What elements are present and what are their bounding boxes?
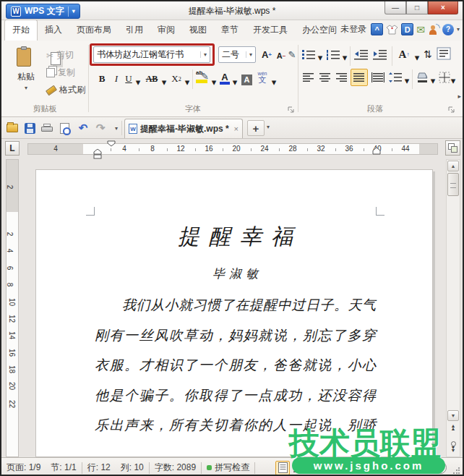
minimize-button[interactable]: — <box>384 1 406 14</box>
chevron-down-icon[interactable]: ▾ <box>457 26 460 33</box>
font-name-select[interactable]: 书体坊赵九江钢笔行书 ▾ <box>93 46 210 63</box>
grow-font-button[interactable]: A+ <box>259 46 274 62</box>
ribbon-expand-arrow[interactable]: ▸ <box>457 93 461 100</box>
redo-button[interactable]: ↷ <box>93 121 108 135</box>
chevron-down-icon[interactable]: ▾ <box>210 74 218 90</box>
close-button[interactable]: × <box>428 1 458 14</box>
cut-label: 剪切 <box>56 49 74 61</box>
font-dialog-launcher[interactable] <box>288 106 295 114</box>
decrease-indent-button[interactable] <box>353 46 369 62</box>
close-tab-icon[interactable]: × <box>234 124 239 133</box>
tab-review[interactable]: 审阅 <box>150 20 182 41</box>
tab-section[interactable]: 章节 <box>214 20 246 41</box>
help-icon[interactable]: ? <box>442 24 454 35</box>
tab-developer[interactable]: 开发工具 <box>246 20 295 41</box>
bullets-button[interactable] <box>301 46 317 62</box>
underline-button[interactable]: U <box>123 71 134 87</box>
paragraph-dialog-launcher[interactable] <box>448 106 455 114</box>
strikethrough-button[interactable]: AB <box>143 71 160 87</box>
left-indent-marker[interactable] <box>93 149 102 159</box>
chevron-down-icon[interactable]: ▾ <box>160 74 168 90</box>
copy-button[interactable]: 复制 <box>46 67 75 79</box>
italic-button[interactable]: I <box>111 71 122 87</box>
collapse-ribbon-icon[interactable]: ^ <box>371 23 383 35</box>
new-tab-button[interactable]: + <box>247 120 265 136</box>
page-view-button[interactable] <box>275 461 290 475</box>
status-word-count[interactable]: 字数: 2089 <box>150 462 201 474</box>
align-right-button[interactable] <box>334 69 350 85</box>
remote-help-icon[interactable] <box>428 24 439 35</box>
chevron-down-icon[interactable]: ▾ <box>413 49 421 65</box>
pinyin-guide-button[interactable]: wén 文 <box>255 69 270 85</box>
scroll-up-button[interactable]: ▲ <box>447 161 459 171</box>
first-line-indent-marker[interactable] <box>107 140 116 147</box>
vertical-ruler[interactable]: 2 2 4 6 8 10 12 14 16 18 20 22 <box>6 159 19 457</box>
ruler-number: 12 <box>8 315 16 323</box>
clear-format-button[interactable]: ✎ <box>286 46 298 62</box>
tab-page-layout[interactable]: 页面布局 <box>69 20 119 41</box>
chevron-down-icon[interactable]: ▾ <box>429 72 437 88</box>
justify-button[interactable] <box>351 69 368 86</box>
scroll-down-button[interactable]: ▼ <box>447 410 459 421</box>
print-button[interactable] <box>39 121 55 135</box>
paragraph-layout-button[interactable] <box>436 46 452 61</box>
paste-button[interactable]: 粘贴 ▾ <box>10 46 42 91</box>
spellcheck-status[interactable]: 拼写检查 <box>202 462 254 474</box>
distribute-button[interactable] <box>370 69 386 85</box>
chevron-down-icon[interactable]: ▾ <box>450 72 457 88</box>
align-left-button[interactable] <box>301 69 317 85</box>
skin-icon[interactable] <box>386 24 398 35</box>
chevron-down-icon[interactable]: ▾ <box>134 74 142 90</box>
chevron-down-icon[interactable]: ▾ <box>231 74 239 90</box>
resize-grip[interactable] <box>452 467 460 475</box>
mail-icon[interactable]: ✉ <box>416 25 425 35</box>
highlight-button[interactable]: ab ✎ <box>195 69 210 85</box>
text-tool-button[interactable]: A↑ <box>396 46 412 62</box>
numbering-button[interactable] <box>325 46 341 62</box>
next-page-button[interactable]: ▼ ▼ <box>447 446 459 452</box>
maximize-button[interactable]: □ <box>406 1 428 14</box>
cut-button[interactable]: ✂ 剪切 <box>46 49 74 61</box>
font-color-button[interactable]: A <box>219 70 231 86</box>
login-link[interactable]: 未登录 <box>340 23 366 35</box>
right-indent-marker[interactable] <box>372 148 381 155</box>
tab-office-space[interactable]: 办公空间 <box>295 20 344 41</box>
align-center-icon <box>319 72 331 82</box>
chevron-down-icon[interactable]: ▾ <box>200 51 210 58</box>
chevron-down-icon[interactable]: ▾ <box>10 85 42 91</box>
tab-references[interactable]: 引用 <box>119 20 150 41</box>
tab-list-dropdown[interactable]: ▾ <box>267 124 270 130</box>
tab-home[interactable]: 开始 <box>4 20 38 41</box>
chevron-down-icon[interactable]: ▾ <box>317 49 324 65</box>
superscript-button[interactable]: X2 <box>169 71 184 87</box>
undo-button[interactable]: ↶ <box>75 121 91 135</box>
format-painter-button[interactable]: 格式刷 <box>46 84 85 96</box>
docer-icon[interactable]: D <box>401 23 413 35</box>
tab-stop-selector[interactable]: L <box>5 141 20 156</box>
chevron-down-icon[interactable]: ▾ <box>341 49 348 65</box>
chevron-down-icon[interactable]: ▾ <box>403 72 411 88</box>
open-button[interactable] <box>4 121 20 135</box>
font-size-select[interactable]: 二号 ▾ <box>218 46 256 63</box>
align-center-button[interactable] <box>317 69 333 85</box>
chevron-down-icon[interactable]: ▾ <box>246 51 255 58</box>
scrollbar-thumb[interactable] <box>447 173 459 196</box>
document-tab[interactable]: W 提醒幸福-毕淑敏.wps * × <box>124 119 243 138</box>
chevron-down-icon[interactable]: ▾ <box>184 74 191 90</box>
char-shading-button[interactable]: A <box>241 72 253 88</box>
increase-indent-button[interactable] <box>371 46 387 62</box>
line-spacing-button[interactable] <box>387 69 403 85</box>
document-page[interactable]: 提醒幸福 毕淑敏 我们从小就习惯了在提醒中过日子。天气 刚有一丝风吹草动，妈妈就… <box>35 169 433 457</box>
show-marks-button[interactable]: ⇅ <box>422 46 434 62</box>
horizontal-ruler[interactable]: 4 4 8 12 16 20 24 28 32 36 40 44 <box>27 143 438 155</box>
vertical-scrollbar[interactable]: ▲ ▼ ▲ ▲ ▼ ▼ <box>446 159 460 457</box>
tab-insert[interactable]: 插入 <box>38 20 69 41</box>
tab-view[interactable]: 视图 <box>182 20 214 41</box>
previous-page-button[interactable]: ▲ ▲ <box>447 425 459 430</box>
chevron-down-icon[interactable]: ▾ <box>270 74 278 90</box>
ruler-toggle-button[interactable] <box>445 140 460 156</box>
print-preview-button[interactable] <box>56 121 72 135</box>
bold-button[interactable]: B <box>95 71 108 87</box>
save-button[interactable] <box>22 121 38 135</box>
shading-button[interactable] <box>415 69 431 85</box>
